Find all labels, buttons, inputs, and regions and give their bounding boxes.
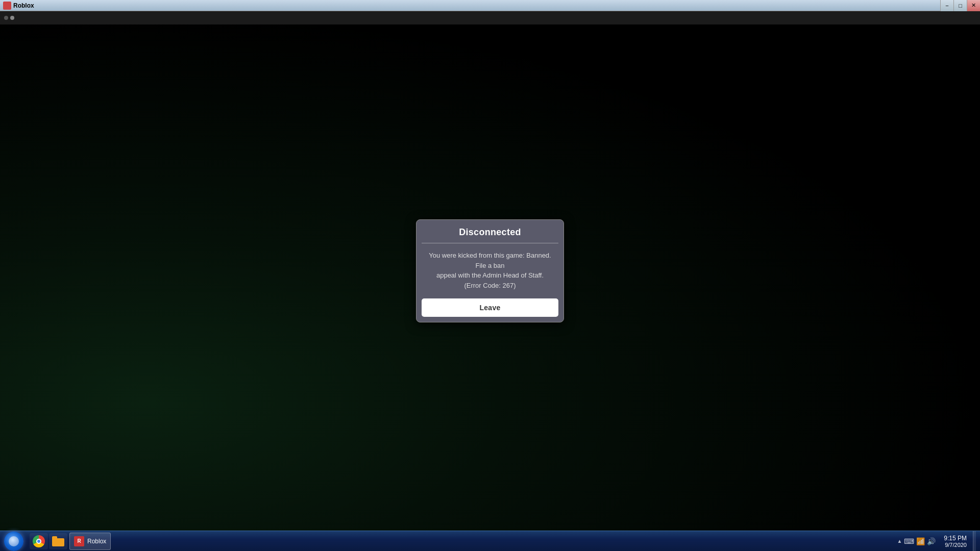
close-button[interactable]: ✕ xyxy=(967,0,980,11)
start-orb-inner xyxy=(9,536,19,546)
restore-button[interactable]: □ xyxy=(953,0,967,11)
taskbar-right: ▲ ⌨ 📶 🔊 9:15 PM 9/7/2020 xyxy=(895,531,980,551)
titlebar-controls: − □ ✕ xyxy=(940,0,980,11)
clock-date: 9/7/2020 xyxy=(944,542,967,548)
chrome-inner xyxy=(36,539,41,544)
dialog-message-line2: appeal with the Admin Head of Staff. xyxy=(436,271,544,279)
dialog-header: Disconnected xyxy=(416,220,564,243)
volume-icon: 🔊 xyxy=(927,537,936,545)
dialog-title: Disconnected xyxy=(425,227,555,238)
dialog-footer: Leave xyxy=(416,298,564,322)
folder-body xyxy=(52,538,64,546)
minimize-button[interactable]: − xyxy=(940,0,953,11)
dialog-message-line3: (Error Code: 267) xyxy=(464,282,516,289)
taskbar-clock[interactable]: 9:15 PM 9/7/2020 xyxy=(941,534,970,549)
keyboard-icon: ⌨ xyxy=(904,537,914,545)
leave-button[interactable]: Leave xyxy=(422,298,558,317)
show-desktop-button[interactable] xyxy=(973,531,976,552)
titlebar: Roblox − □ ✕ xyxy=(0,0,980,11)
taskbar-running-roblox[interactable]: R Roblox xyxy=(69,533,111,550)
start-orb xyxy=(4,532,23,551)
app-icon xyxy=(3,2,11,10)
network-icon: 📶 xyxy=(916,537,925,545)
titlebar-left: Roblox xyxy=(0,2,34,10)
clock-time: 9:15 PM xyxy=(944,535,967,542)
taskbar-filemanager[interactable] xyxy=(49,533,67,549)
taskbar: R Roblox ▲ ⌨ 📶 🔊 9:15 PM 9/7/2020 xyxy=(0,531,980,551)
taskbar-apps xyxy=(28,531,69,551)
titlebar-title: Roblox xyxy=(13,2,34,9)
tray-area: ▲ ⌨ 📶 🔊 xyxy=(895,537,938,545)
roblox-taskbar-icon: R xyxy=(74,536,84,546)
chrome-icon xyxy=(33,535,45,547)
taskbar-chrome[interactable] xyxy=(30,533,48,549)
disconnected-dialog: Disconnected You were kicked from this g… xyxy=(416,219,564,322)
running-app-label: Roblox xyxy=(87,538,106,545)
dialog-body: You were kicked from this game: Banned. … xyxy=(416,243,564,298)
start-button[interactable] xyxy=(0,531,28,551)
modal-overlay: Disconnected You were kicked from this g… xyxy=(0,11,980,531)
dialog-message-line1: You were kicked from this game: Banned. … xyxy=(429,252,551,269)
folder-icon xyxy=(52,536,64,546)
tray-expand-icon[interactable]: ▲ xyxy=(897,538,902,544)
dialog-message: You were kicked from this game: Banned. … xyxy=(427,251,553,290)
